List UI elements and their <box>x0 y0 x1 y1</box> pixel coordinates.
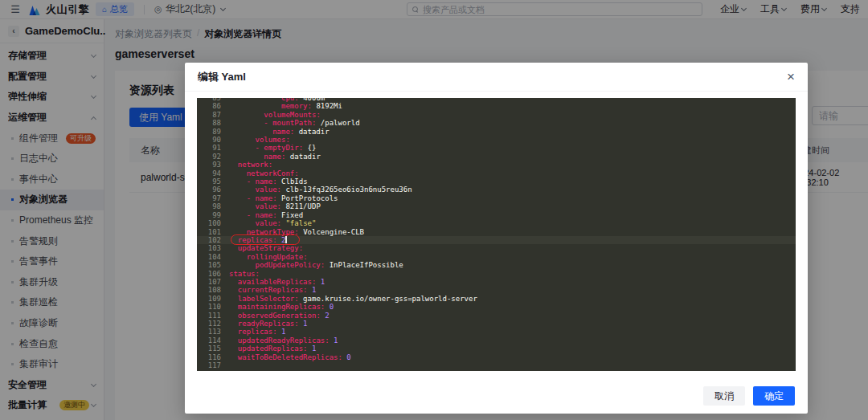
line-number: 109 <box>197 295 221 303</box>
line-number: 110 <box>197 303 221 311</box>
line-number: 96 <box>197 186 221 194</box>
edit-yaml-modal: 编辑 Yaml × 85 cpu: 4000m86 memory: 8192Mi… <box>185 63 808 414</box>
line-number: 95 <box>197 177 221 186</box>
editor-line-101[interactable]: 101 networkType: Volcengine-CLB <box>197 228 796 236</box>
editor-line-92[interactable]: 92 name: datadir <box>197 153 796 161</box>
editor-line-111[interactable]: 111 observedGeneration: 2 <box>197 312 796 320</box>
line-number: 103 <box>197 244 221 252</box>
line-number: 102 <box>197 236 221 244</box>
line-number: 113 <box>197 328 221 336</box>
yaml-editor[interactable]: 85 cpu: 4000m86 memory: 8192Mi87 volumeM… <box>197 98 796 371</box>
line-number: 98 <box>197 202 221 210</box>
editor-line-117[interactable]: 117 <box>197 361 796 369</box>
line-number: 105 <box>197 261 221 269</box>
line-number: 89 <box>197 128 221 136</box>
editor-line-108[interactable]: 108 currentReplicas: 1 <box>197 286 796 294</box>
line-number: 117 <box>197 361 221 369</box>
line-number: 90 <box>197 136 221 144</box>
editor-line-106[interactable]: 106status: <box>197 270 796 278</box>
close-icon[interactable]: × <box>787 70 795 84</box>
modal-footer: 取消 确定 <box>703 386 795 406</box>
editor-line-93[interactable]: 93 network: <box>197 161 796 169</box>
line-number: 100 <box>197 219 221 227</box>
confirm-button[interactable]: 确定 <box>753 386 795 406</box>
editor-line-116[interactable]: 116 waitToBeDeletedReplicas: 0 <box>197 353 796 361</box>
editor-line-91[interactable]: 91 - emptyDir: {} <box>197 144 796 152</box>
editor-line-95[interactable]: 95 - name: ClbIds <box>197 177 796 186</box>
editor-line-114[interactable]: 114 updatedReadyReplicas: 1 <box>197 336 796 345</box>
line-number: 106 <box>197 270 221 278</box>
line-number: 99 <box>197 211 221 219</box>
line-number: 108 <box>197 286 221 294</box>
editor-line-103[interactable]: 103 updateStrategy: <box>197 244 796 252</box>
editor-line-112[interactable]: 112 readyReplicas: 1 <box>197 320 796 328</box>
editor-line-104[interactable]: 104 rollingUpdate: <box>197 253 796 261</box>
line-number: 112 <box>197 320 221 328</box>
editor-line-115[interactable]: 115 updatedReplicas: 1 <box>197 345 796 353</box>
line-number: 114 <box>197 336 221 345</box>
editor-line-96[interactable]: 96 value: clb-13fq3265eo6io3n6nu5reu36n <box>197 186 796 194</box>
line-number: 91 <box>197 144 221 152</box>
editor-line-102[interactable]: 102 replicas: 2 <box>197 236 796 244</box>
app-window: ☰ 火山引擎 ⌂ 总览 ◎ 华北2(北京) 企业 <box>0 0 868 420</box>
line-number: 86 <box>197 102 221 110</box>
editor-line-88[interactable]: 88 - mountPath: /palworld <box>197 119 796 127</box>
editor-line-86[interactable]: 86 memory: 8192Mi <box>197 102 796 110</box>
modal-title: 编辑 Yaml <box>198 70 246 84</box>
line-number: 87 <box>197 111 221 119</box>
editor-line-89[interactable]: 89 name: datadir <box>197 128 796 136</box>
yaml-editor-lines: 85 cpu: 4000m86 memory: 8192Mi87 volumeM… <box>197 98 796 369</box>
line-number: 115 <box>197 345 221 353</box>
editor-line-98[interactable]: 98 value: 8211/UDP <box>197 202 796 210</box>
text-cursor <box>285 236 286 244</box>
line-number: 107 <box>197 278 221 286</box>
cancel-button[interactable]: 取消 <box>703 386 745 406</box>
editor-line-97[interactable]: 97 - name: PortProtocols <box>197 194 796 202</box>
editor-line-90[interactable]: 90 volumes: <box>197 136 796 144</box>
editor-line-100[interactable]: 100 value: "false" <box>197 219 796 227</box>
modal-header: 编辑 Yaml × <box>185 63 808 92</box>
line-number: 97 <box>197 194 221 202</box>
line-number: 116 <box>197 353 221 361</box>
line-number: 92 <box>197 153 221 161</box>
editor-line-110[interactable]: 110 maintainingReplicas: 0 <box>197 303 796 311</box>
editor-line-94[interactable]: 94 networkConf: <box>197 169 796 177</box>
line-number: 93 <box>197 161 221 169</box>
line-number: 94 <box>197 169 221 177</box>
line-number: 111 <box>197 312 221 320</box>
editor-line-105[interactable]: 105 podUpdatePolicy: InPlaceIfPossible <box>197 261 796 269</box>
line-number: 101 <box>197 228 221 236</box>
editor-line-113[interactable]: 113 replicas: 1 <box>197 328 796 336</box>
editor-line-107[interactable]: 107 availableReplicas: 1 <box>197 278 796 286</box>
editor-line-99[interactable]: 99 - name: Fixed <box>197 211 796 219</box>
line-number: 88 <box>197 119 221 127</box>
line-number: 104 <box>197 253 221 261</box>
editor-line-109[interactable]: 109 labelSelector: game.kruise.io/owner-… <box>197 295 796 303</box>
editor-line-87[interactable]: 87 volumeMounts: <box>197 111 796 119</box>
